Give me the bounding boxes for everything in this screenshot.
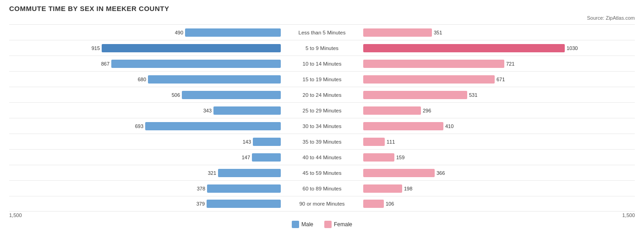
legend-female: Female <box>324 221 352 228</box>
left-half: 915 <box>9 40 281 56</box>
male-value: 506 <box>167 92 180 98</box>
male-value: 915 <box>87 45 100 51</box>
female-bar <box>363 169 435 177</box>
female-bar <box>363 122 443 130</box>
chart-row: 321 45 to 59 Minutes 366 <box>9 165 635 180</box>
chart-row: 693 30 to 34 Minutes 410 <box>9 118 635 134</box>
male-label: Male <box>301 221 313 228</box>
female-value: 410 <box>445 123 458 129</box>
axis-right: 1,500 <box>622 212 635 218</box>
chart-row: 867 10 to 14 Minutes 721 <box>9 56 635 71</box>
left-half: 379 <box>9 196 281 211</box>
left-half: 506 <box>9 87 281 102</box>
male-bar <box>102 44 281 52</box>
row-label: 45 to 59 Minutes <box>281 170 363 176</box>
row-label: 20 to 24 Minutes <box>281 92 363 98</box>
female-bar <box>363 91 467 99</box>
female-bar <box>363 184 402 193</box>
legend: Male Female <box>9 221 635 228</box>
chart-row: 680 15 to 19 Minutes 671 <box>9 71 635 87</box>
female-bar <box>363 60 504 68</box>
male-bar <box>213 106 281 115</box>
male-bar <box>185 28 281 37</box>
axis-labels: 1,500 1,500 <box>9 212 635 218</box>
female-value: 111 <box>387 139 399 145</box>
female-bar <box>363 153 394 162</box>
male-value: 378 <box>192 186 205 191</box>
left-half: 343 <box>9 103 281 118</box>
female-value: 106 <box>386 201 398 207</box>
left-half: 321 <box>9 165 281 180</box>
male-bar <box>148 75 281 84</box>
female-value: 366 <box>437 170 449 176</box>
right-half: 111 <box>363 134 635 149</box>
female-value: 351 <box>434 30 447 35</box>
chart-container: COMMUTE TIME BY SEX IN MEEKER COUNTY Sou… <box>9 5 635 228</box>
source-label: Source: ZipAtlas.com <box>9 15 635 21</box>
right-half: 531 <box>363 87 635 102</box>
left-half: 378 <box>9 181 281 196</box>
chart-area: 490 Less than 5 Minutes 351 915 5 to 9 M… <box>9 24 635 228</box>
male-value: 143 <box>238 139 251 145</box>
female-bar <box>363 44 565 52</box>
female-color-box <box>324 221 332 228</box>
male-value: 343 <box>199 108 212 113</box>
left-half: 680 <box>9 72 281 87</box>
row-label: 60 to 89 Minutes <box>281 186 363 191</box>
chart-row: 506 20 to 24 Minutes 531 <box>9 87 635 102</box>
male-color-box <box>292 221 299 228</box>
right-half: 198 <box>363 181 635 196</box>
chart-row: 147 40 to 44 Minutes 159 <box>9 149 635 165</box>
female-bar <box>363 106 421 115</box>
row-label: 40 to 44 Minutes <box>281 155 363 160</box>
female-value: 671 <box>497 77 509 82</box>
row-label: 25 to 29 Minutes <box>281 108 363 113</box>
female-bar <box>363 138 385 146</box>
male-value: 490 <box>170 30 183 35</box>
male-bar <box>207 200 281 208</box>
male-bar <box>182 91 281 99</box>
chart-row: 378 60 to 89 Minutes 198 <box>9 180 635 196</box>
row-label: 10 to 14 Minutes <box>281 61 363 67</box>
chart-row: 343 25 to 29 Minutes 296 <box>9 102 635 118</box>
female-bar <box>363 28 432 37</box>
row-label: 30 to 34 Minutes <box>281 123 363 129</box>
male-value: 867 <box>97 61 109 67</box>
row-label: 15 to 19 Minutes <box>281 77 363 82</box>
right-half: 410 <box>363 118 635 134</box>
chart-row: 490 Less than 5 Minutes 351 <box>9 24 635 40</box>
row-label: Less than 5 Minutes <box>281 30 363 35</box>
right-half: 106 <box>363 196 635 211</box>
male-bar <box>145 122 281 130</box>
male-bar <box>207 184 281 193</box>
legend-male: Male <box>292 221 313 228</box>
female-value: 296 <box>423 108 436 113</box>
right-half: 351 <box>363 25 635 40</box>
row-label: 90 or more Minutes <box>281 201 363 207</box>
left-half: 867 <box>9 56 281 71</box>
chart-title: COMMUTE TIME BY SEX IN MEEKER COUNTY <box>9 5 635 12</box>
female-value: 1030 <box>567 45 579 51</box>
female-value: 531 <box>469 92 482 98</box>
right-half: 296 <box>363 103 635 118</box>
male-value: 147 <box>237 155 250 160</box>
right-half: 721 <box>363 56 635 71</box>
row-label: 35 to 39 Minutes <box>281 139 363 145</box>
chart-row: 379 90 or more Minutes 106 <box>9 196 635 212</box>
male-bar <box>218 169 281 177</box>
chart-row: 915 5 to 9 Minutes 1030 <box>9 40 635 56</box>
female-value: 159 <box>396 155 409 160</box>
female-value: 198 <box>404 186 417 191</box>
chart-row: 143 35 to 39 Minutes 111 <box>9 134 635 149</box>
left-half: 490 <box>9 25 281 40</box>
axis-left: 1,500 <box>9 212 22 218</box>
row-label: 5 to 9 Minutes <box>281 45 363 51</box>
female-bar <box>363 200 384 208</box>
male-value: 680 <box>133 77 146 82</box>
left-half: 143 <box>9 134 281 149</box>
female-value: 721 <box>506 61 519 67</box>
right-half: 671 <box>363 72 635 87</box>
right-half: 366 <box>363 165 635 180</box>
female-bar <box>363 75 495 84</box>
male-value: 693 <box>131 123 143 129</box>
